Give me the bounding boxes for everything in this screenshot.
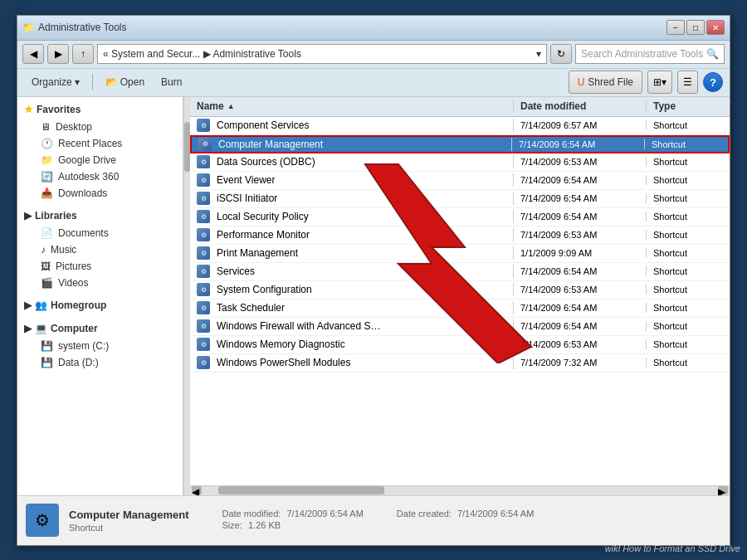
h-scroll-left[interactable]: ◀ <box>192 486 202 494</box>
homegroup-icon: 👥 <box>35 299 47 311</box>
search-box[interactable]: Search Administrative Tools 🔍 <box>575 44 725 64</box>
layout-button[interactable]: ☰ <box>677 71 698 94</box>
scrollbar-thumb[interactable] <box>184 122 190 172</box>
sidebar-item-label: Music <box>51 244 76 256</box>
sidebar-item-videos[interactable]: 🎬 Videos <box>17 275 183 291</box>
favorites-label: Favorites <box>37 104 81 115</box>
h-scroll-right[interactable]: ▶ <box>718 486 728 494</box>
file-name: Local Security Policy <box>217 211 309 222</box>
file-name: Task Scheduler <box>217 302 285 314</box>
libraries-label: Libraries <box>35 210 77 222</box>
file-icon: ⚙ <box>197 228 210 241</box>
desktop-icon: 🖥 <box>41 121 51 133</box>
computer-label: Computer <box>51 323 98 334</box>
file-icon: ⚙ <box>197 192 210 205</box>
organize-button[interactable]: Organize ▾ <box>24 71 87 94</box>
view-button[interactable]: ⊞ ▾ <box>647 71 672 94</box>
downloads-icon: 📥 <box>41 187 53 199</box>
back-button[interactable]: ◀ <box>22 44 44 64</box>
column-type-header[interactable]: Type <box>647 100 730 112</box>
file-name: Event Viewer <box>217 174 275 186</box>
file-name-cell: ⚙System Configuration <box>190 283 514 296</box>
close-button[interactable]: ✕ <box>706 20 725 35</box>
help-button[interactable]: ? <box>703 72 723 92</box>
sidebar-item-music[interactable]: ♪ Music <box>17 241 183 258</box>
sidebar-item-label: Desktop <box>56 121 92 133</box>
table-row[interactable]: ⚙Windows Memory Diagnostic7/14/2009 6:53… <box>190 336 730 354</box>
sidebar-item-desktop[interactable]: 🖥 Desktop <box>17 119 183 135</box>
forward-button[interactable]: ▶ <box>47 44 69 64</box>
file-date-cell: 7/14/2009 6:54 AM <box>514 212 647 222</box>
table-row[interactable]: ⚙Task Scheduler7/14/2009 6:54 AMShortcut <box>190 299 730 318</box>
file-name-cell: ⚙Event Viewer <box>190 173 514 187</box>
table-row[interactable]: ⚙iSCSI Initiator7/14/2009 6:54 AMShortcu… <box>190 190 730 208</box>
open-button[interactable]: 📂 Open <box>98 71 152 94</box>
sidebar-item-recent-places[interactable]: 🕐 Recent Places <box>17 135 183 152</box>
table-row[interactable]: ⚙Print Management1/1/2009 9:09 AMShortcu… <box>190 245 730 263</box>
table-row[interactable]: ⚙Performance Monitor7/14/2009 6:53 AMSho… <box>190 226 730 245</box>
sidebar-item-drive-c[interactable]: 💾 system (C:) <box>17 338 183 354</box>
file-type-cell: Shortcut <box>647 285 730 295</box>
sidebar-item-google-drive[interactable]: 📁 Google Drive <box>17 152 183 168</box>
up-button[interactable]: ↑ <box>72 44 94 64</box>
refresh-button[interactable]: ↻ <box>550 44 572 64</box>
homegroup-header[interactable]: ▶ 👥 Homegroup <box>17 296 183 314</box>
column-date-header[interactable]: Date modified <box>514 100 647 112</box>
sidebar-item-documents[interactable]: 📄 Documents <box>17 225 183 241</box>
folder-icon: 📂 <box>105 76 118 88</box>
file-icon: ⚙ <box>197 319 210 333</box>
window-title: Administrative Tools <box>38 22 127 33</box>
left-panel-scrollbar[interactable] <box>183 97 190 495</box>
table-row[interactable]: ⚙Windows PowerShell Modules7/14/2009 7:3… <box>190 354 730 373</box>
sidebar-item-autodesk[interactable]: 🔄 Autodesk 360 <box>17 168 183 185</box>
documents-icon: 📄 <box>41 227 53 239</box>
sidebar-item-pictures[interactable]: 🖼 Pictures <box>17 258 183 275</box>
file-type-cell: Shortcut <box>647 212 730 222</box>
libraries-header[interactable]: ▶ Libraries <box>17 207 183 225</box>
table-row[interactable]: ⚙System Configuration7/14/2009 6:53 AMSh… <box>190 281 730 299</box>
h-scroll-thumb[interactable] <box>218 486 384 494</box>
table-row[interactable]: ⚙Data Sources (ODBC)7/14/2009 6:53 AMSho… <box>190 153 730 172</box>
table-row[interactable]: ⚙Computer Management7/14/2009 6:54 AMSho… <box>190 135 730 153</box>
maximize-button[interactable]: □ <box>686 20 705 35</box>
file-name: iSCSI Initiator <box>217 192 277 204</box>
sidebar-item-label: system (C:) <box>58 340 109 352</box>
file-name: Print Management <box>217 247 298 259</box>
layout-icon: ☰ <box>683 76 692 88</box>
status-bar: ⚙ Computer Management Shortcut Date modi… <box>17 495 730 545</box>
file-name: Computer Management <box>218 139 323 150</box>
file-type-cell: Shortcut <box>647 120 730 130</box>
table-row[interactable]: ⚙Local Security Policy7/14/2009 6:54 AMS… <box>190 208 730 226</box>
file-icon: ⚙ <box>197 356 210 369</box>
shred-button[interactable]: U Shred File <box>569 71 642 94</box>
table-row[interactable]: ⚙Services7/14/2009 6:54 AMShortcut <box>190 263 730 281</box>
minimize-button[interactable]: − <box>666 20 685 35</box>
sidebar-item-drive-d[interactable]: 💾 Data (D:) <box>17 354 183 371</box>
homegroup-label: Homegroup <box>51 299 106 311</box>
computer-header[interactable]: ▶ 💻 Computer <box>17 319 183 338</box>
table-row[interactable]: ⚙Event Viewer7/14/2009 6:54 AMShortcut <box>190 172 730 190</box>
table-row[interactable]: ⚙Component Services7/14/2009 6:57 AMShor… <box>190 117 730 135</box>
computer-icon: 💻 <box>35 323 47 334</box>
horizontal-scrollbar[interactable]: ◀ ▶ <box>190 485 730 495</box>
breadcrumb[interactable]: « System and Secur... ▶ Administrative T… <box>97 44 547 64</box>
status-date-modified-label: Date modified: 7/14/2009 6:54 AM <box>222 509 363 519</box>
file-name-cell: ⚙Local Security Policy <box>190 210 514 223</box>
file-type-cell: Shortcut <box>647 157 730 167</box>
column-name-header[interactable]: Name ▲ <box>190 100 514 112</box>
sidebar-item-label: Pictures <box>56 261 91 272</box>
file-icon: ⚙ <box>197 301 210 314</box>
view-icon: ⊞ <box>653 76 662 88</box>
table-row[interactable]: ⚙Windows Firewall with Advanced Security… <box>190 318 730 336</box>
burn-button[interactable]: Burn <box>154 71 189 94</box>
file-date-cell: 1/1/2009 9:09 AM <box>514 248 647 258</box>
status-date-created-label: Date created: 7/14/2009 6:54 AM <box>397 509 534 519</box>
file-name-cell: ⚙Computer Management <box>192 138 512 151</box>
file-name-cell: ⚙Windows PowerShell Modules <box>190 356 514 369</box>
sidebar-item-downloads[interactable]: 📥 Downloads <box>17 185 183 202</box>
sidebar-item-label: Google Drive <box>58 154 116 166</box>
breadcrumb-text: « System and Secur... ▶ Administrative T… <box>103 48 301 60</box>
search-placeholder: Search Administrative Tools <box>581 48 706 60</box>
favorites-header[interactable]: ★ Favorites <box>17 100 183 119</box>
file-icon: ⚙ <box>197 283 210 296</box>
